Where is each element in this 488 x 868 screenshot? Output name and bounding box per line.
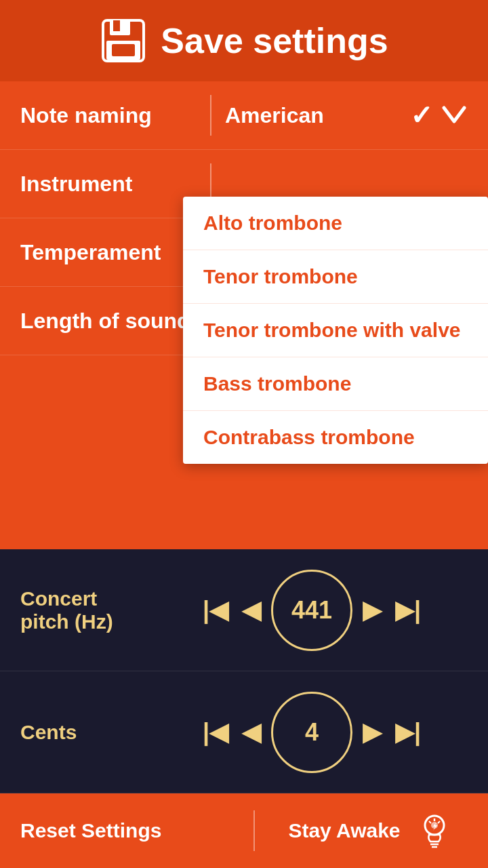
concert-pitch-value[interactable]: 441 [271, 570, 352, 651]
note-naming-row[interactable]: Note naming American ✓ [0, 81, 488, 150]
save-icon [100, 17, 147, 64]
cents-skip-back[interactable]: |◀ [199, 715, 232, 750]
concert-pitch-skip-forward[interactable]: ▶| [392, 593, 424, 628]
chevron-down-icon[interactable]: ✓ [410, 100, 468, 131]
bulb-icon [414, 810, 455, 851]
cents-label: Cents [20, 721, 156, 744]
cents-forward[interactable]: ▶ [359, 715, 385, 750]
page-title: Save settings [161, 20, 388, 61]
reset-settings-button[interactable]: Reset Settings [0, 819, 253, 842]
length-of-sound-label: Length of sound [20, 309, 210, 334]
pitch-section: Concert pitch (Hz) |◀ ◀ 441 ▶ ▶| Cents |… [0, 549, 488, 793]
temperament-label: Temperament [20, 240, 210, 265]
concert-pitch-skip-back[interactable]: |◀ [199, 593, 232, 628]
cents-controls: |◀ ◀ 4 ▶ ▶| [156, 692, 468, 773]
concert-pitch-forward[interactable]: ▶ [359, 593, 385, 628]
instrument-label: Instrument [20, 172, 210, 197]
instrument-dropdown[interactable]: Alto trombone Tenor trombone Tenor tromb… [183, 197, 488, 464]
header: Save settings [0, 0, 488, 81]
dropdown-item-contrabass[interactable]: Contrabass trombone [183, 411, 488, 464]
stay-awake-label: Stay Awake [288, 819, 400, 842]
svg-rect-4 [112, 44, 135, 56]
note-naming-label: Note naming [20, 103, 210, 128]
divider [210, 95, 211, 136]
cents-value[interactable]: 4 [271, 692, 352, 773]
concert-pitch-controls: |◀ ◀ 441 ▶ ▶| [156, 570, 468, 651]
footer: Reset Settings Stay Awake [0, 793, 488, 868]
cents-back[interactable]: ◀ [239, 715, 264, 750]
svg-rect-2 [113, 20, 120, 31]
concert-pitch-back[interactable]: ◀ [239, 593, 264, 628]
note-naming-value: American [225, 103, 410, 128]
cents-row: Cents |◀ ◀ 4 ▶ ▶| [0, 671, 488, 793]
concert-pitch-label: Concert pitch (Hz) [20, 587, 156, 633]
cents-skip-forward[interactable]: ▶| [392, 715, 424, 750]
dropdown-item-tenor[interactable]: Tenor trombone [183, 250, 488, 304]
stay-awake-section[interactable]: Stay Awake [255, 810, 488, 851]
dropdown-item-tenor-valve[interactable]: Tenor trombone with valve [183, 304, 488, 357]
dropdown-item-bass[interactable]: Bass trombone [183, 357, 488, 411]
concert-pitch-row: Concert pitch (Hz) |◀ ◀ 441 ▶ ▶| [0, 549, 488, 671]
dropdown-item-alto[interactable]: Alto trombone [183, 197, 488, 250]
